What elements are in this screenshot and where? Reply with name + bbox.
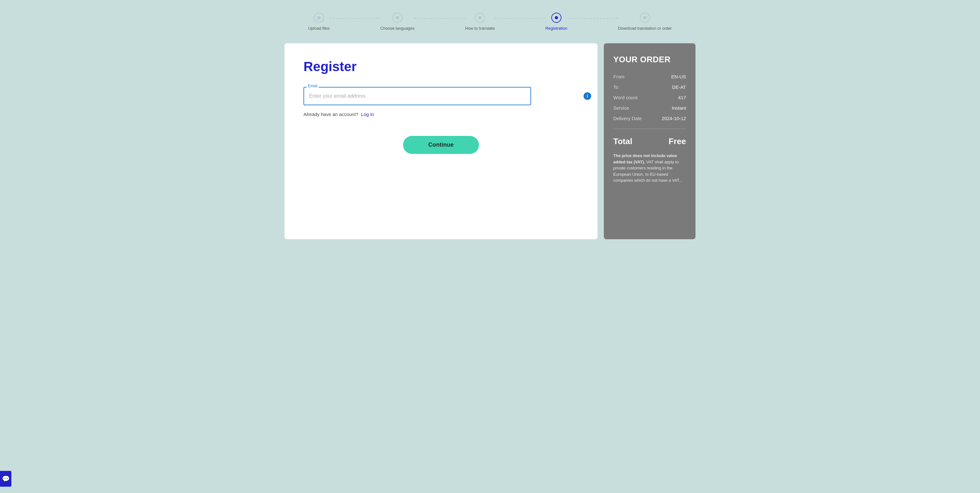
to-value: DE-AT [672, 84, 686, 90]
info-icon: i [584, 92, 591, 100]
step-label-registration: Registration [545, 26, 567, 31]
order-delivery-row: Delivery Date 2024-10-12 [613, 116, 686, 121]
step-label-how-to-translate: How to translate [465, 26, 495, 31]
order-title: YOUR ORDER [613, 55, 686, 64]
email-input[interactable] [304, 87, 531, 105]
word-count-label: Word count [613, 95, 637, 100]
order-word-count-row: Word count 417 [613, 95, 686, 100]
chat-icon: 💬 [2, 475, 10, 483]
step-label-download: Download translation or order [618, 26, 672, 31]
login-prompt: Already have an account? Log in [304, 111, 579, 117]
to-label: To [613, 84, 618, 90]
order-total-row: Total Free [613, 137, 686, 146]
total-value: Free [668, 137, 686, 146]
order-to-row: To DE-AT [613, 84, 686, 90]
step-choose-languages: Choose languages [380, 13, 414, 31]
connector-2 [414, 18, 465, 19]
service-value: Instant [672, 105, 686, 111]
email-label: Email [307, 84, 319, 88]
chat-button[interactable]: 💬 [0, 471, 11, 487]
step-circle-download [640, 13, 650, 23]
connector-1 [330, 18, 380, 19]
delivery-date-label: Delivery Date [613, 116, 642, 121]
order-panel: YOUR ORDER From EN-US To DE-AT Word coun… [604, 43, 695, 239]
word-count-value: 417 [678, 95, 686, 100]
service-label: Service [613, 105, 629, 111]
delivery-date-value: 2024-10-12 [662, 116, 686, 121]
email-field-wrapper: Email i [304, 87, 579, 105]
step-circle-registration [551, 13, 562, 23]
step-upload: Upload files [308, 13, 330, 31]
order-service-row: Service Instant [613, 105, 686, 111]
order-divider [613, 129, 686, 129]
order-from-row: From EN-US [613, 74, 686, 80]
step-circle-upload [314, 13, 324, 23]
from-value: EN-US [671, 74, 686, 80]
step-circle-how-to-translate [475, 13, 485, 23]
connector-4 [568, 18, 618, 19]
form-panel: Register Email i Already have an account… [285, 43, 598, 239]
step-label-upload: Upload files [308, 26, 330, 31]
page-title: Register [304, 59, 579, 74]
step-circle-choose-languages [392, 13, 402, 23]
connector-3 [495, 18, 545, 19]
step-registration: Registration [545, 13, 567, 31]
vat-text: The price does not include value added t… [613, 153, 686, 184]
login-link[interactable]: Log in [361, 111, 374, 117]
continue-button[interactable]: Continue [403, 136, 479, 154]
main-content: Register Email i Already have an account… [285, 43, 695, 239]
from-label: From [613, 74, 624, 80]
step-download: Download translation or order [618, 13, 672, 31]
step-label-choose-languages: Choose languages [380, 26, 414, 31]
stepper: Upload files Choose languages How to tra… [6, 13, 974, 31]
step-how-to-translate: How to translate [465, 13, 495, 31]
total-label: Total [613, 137, 632, 146]
